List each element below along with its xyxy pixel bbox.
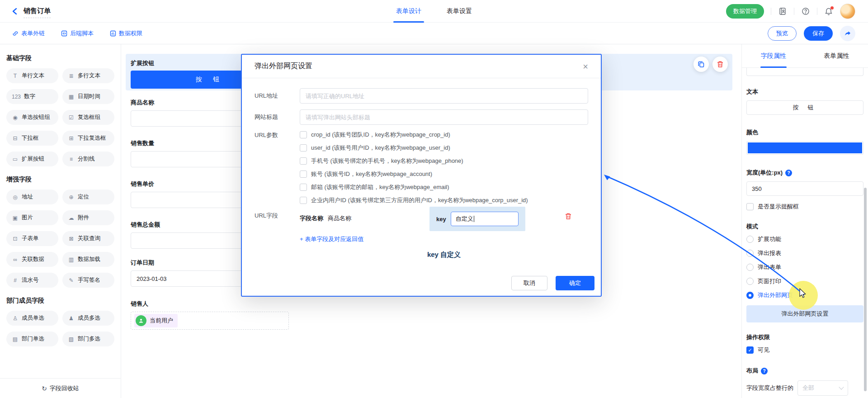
field-pill[interactable]: ⊡ 子表单 bbox=[6, 231, 58, 246]
field-icon: ≡ bbox=[68, 156, 75, 162]
field-recycle-bin[interactable]: ↻ 字段回收站 bbox=[0, 378, 121, 398]
field-pill[interactable]: ∞ 关联数据 bbox=[6, 252, 58, 267]
field-pill[interactable]: ♟ 成员多选 bbox=[62, 311, 114, 326]
popup-webpage-settings-dialog: 弹出外部网页设置 × URL地址 网站标题 URL参数 crop_id (该账号… bbox=[241, 54, 602, 297]
field-pill[interactable]: 123 数字 bbox=[6, 89, 58, 104]
notification-bell-icon[interactable] bbox=[824, 7, 833, 16]
back-icon[interactable] bbox=[12, 8, 19, 15]
address-book-icon[interactable] bbox=[778, 7, 787, 16]
radio-icon[interactable] bbox=[746, 264, 754, 271]
close-icon[interactable]: × bbox=[583, 62, 588, 71]
form-external-link[interactable]: 表单外链 bbox=[12, 29, 45, 38]
tab-form-settings[interactable]: 表单设置 bbox=[447, 0, 472, 23]
field-pill[interactable]: ⊠ 关联查询 bbox=[62, 231, 114, 246]
confirm-button[interactable]: 确定 bbox=[556, 276, 594, 290]
url-address-input[interactable] bbox=[300, 88, 588, 104]
field-pill[interactable]: ▧ 部门多选 bbox=[62, 332, 114, 346]
radio-icon-selected[interactable] bbox=[746, 292, 754, 299]
field-pill[interactable]: ▥ 数据加载 bbox=[62, 252, 114, 267]
tab-field-properties[interactable]: 字段属性 bbox=[742, 44, 805, 67]
width-ratio-select[interactable]: 全部 bbox=[797, 380, 848, 396]
field-pill[interactable]: ◉ 单选按钮组 bbox=[6, 110, 58, 125]
mode-popup-report[interactable]: 弹出报表 bbox=[746, 249, 863, 257]
cancel-button[interactable]: 取消 bbox=[511, 276, 547, 290]
field-label: 数据加载 bbox=[78, 256, 100, 263]
url-param-option[interactable]: 企业内用户ID (该账号绑定第三方应用的用户ID，key名称为webpage_c… bbox=[300, 196, 528, 204]
field-pill[interactable]: ⊟ 下拉框 bbox=[6, 131, 58, 146]
field-pill[interactable]: # 流水号 bbox=[6, 273, 58, 288]
url-param-option[interactable]: user_id (该账号用户ID，key名称为webpage_user_id) bbox=[300, 144, 528, 152]
url-param-option[interactable]: 手机号 (该账号绑定的手机号，key名称为webpage_phone) bbox=[300, 157, 528, 165]
checkbox-icon[interactable] bbox=[300, 171, 307, 178]
tab-form-design[interactable]: 表单设计 bbox=[396, 0, 421, 23]
mode-popup-form[interactable]: 弹出表单 bbox=[746, 263, 863, 271]
select-value: 全部 bbox=[802, 384, 814, 392]
field-pill[interactable]: ≣ 多行文本 bbox=[62, 68, 114, 83]
width-help-icon[interactable]: ? bbox=[785, 170, 792, 176]
mode-extend-function[interactable]: 扩展功能 bbox=[746, 235, 863, 243]
delete-field-button[interactable] bbox=[712, 57, 728, 72]
url-param-option[interactable]: 邮箱 (该账号绑定的邮箱，key名称为webpage_email) bbox=[300, 183, 528, 191]
radio-label: 弹出表单 bbox=[758, 263, 781, 271]
checkbox-icon[interactable] bbox=[746, 203, 754, 210]
checkbox-icon[interactable] bbox=[300, 131, 307, 138]
delete-url-field-button[interactable] bbox=[565, 213, 572, 221]
field-pill[interactable]: ✎ 手写签名 bbox=[62, 273, 114, 288]
permission-icon bbox=[110, 30, 116, 37]
field-pill[interactable]: ♙ 成员单选 bbox=[6, 311, 58, 326]
field-pill[interactable]: ▤ 部门单选 bbox=[6, 332, 58, 346]
field-pill[interactable]: ⊕ 定位 bbox=[62, 190, 114, 204]
share-button[interactable] bbox=[840, 26, 855, 41]
save-button[interactable]: 保存 bbox=[804, 26, 833, 41]
copy-field-button[interactable] bbox=[693, 57, 709, 72]
width-label-text: 宽度(单位:px) bbox=[746, 169, 783, 177]
data-permission-link[interactable]: 数据权限 bbox=[110, 29, 142, 38]
key-value-input[interactable]: 自定义 bbox=[451, 212, 519, 226]
popup-webpage-settings-button[interactable]: 弹出外部网页设置 bbox=[746, 305, 863, 322]
data-manage-button[interactable]: 数据管理 bbox=[726, 4, 764, 19]
site-title-input[interactable] bbox=[300, 109, 588, 125]
field-pill[interactable]: ▦ 日期时间 bbox=[62, 89, 114, 104]
field-label: 图片 bbox=[22, 214, 33, 222]
field-pill[interactable]: ☁ 附件 bbox=[62, 210, 114, 225]
radio-icon[interactable] bbox=[746, 250, 754, 257]
truncated-input[interactable] bbox=[746, 68, 863, 76]
field-pill[interactable]: T 单行文本 bbox=[6, 68, 58, 83]
field-pill[interactable]: ⊞ 下拉复选框 bbox=[62, 131, 114, 146]
tab-form-properties[interactable]: 表单属性 bbox=[805, 44, 868, 67]
add-form-field-link[interactable]: + 表单字段及对应返回值 bbox=[300, 235, 363, 243]
visible-checkbox-row[interactable]: ✓ 可见 bbox=[746, 346, 863, 354]
color-swatch[interactable] bbox=[748, 142, 862, 153]
url-param-option[interactable]: crop_id (该账号团队ID，key名称为webpage_crop_id) bbox=[300, 131, 528, 139]
checkbox-icon[interactable] bbox=[300, 144, 307, 152]
field-pill[interactable]: ☑ 复选框组 bbox=[62, 110, 114, 125]
checkbox-icon[interactable] bbox=[300, 157, 307, 165]
button-text-input[interactable]: 按 钮 bbox=[746, 100, 863, 115]
checkbox-checked-icon[interactable]: ✓ bbox=[746, 346, 754, 354]
backend-script-link[interactable]: 后端脚本 bbox=[61, 29, 94, 38]
field-icon: ♟ bbox=[68, 315, 75, 322]
top-header: 销售订单 表单设计 表单设置 数据管理 bbox=[0, 0, 868, 23]
layout-help-icon[interactable]: ? bbox=[761, 368, 768, 374]
user-avatar[interactable] bbox=[840, 4, 855, 19]
sales-person-picker[interactable]: 当前用户 bbox=[131, 312, 289, 330]
reminder-checkbox-row[interactable]: 是否显示提醒框 bbox=[746, 203, 863, 211]
color-picker[interactable] bbox=[746, 141, 863, 155]
preview-button[interactable]: 预览 bbox=[768, 26, 797, 41]
panel-scrollbar-thumb[interactable] bbox=[864, 188, 867, 391]
field-pill[interactable]: ◎ 地址 bbox=[6, 190, 58, 204]
mode-page-print[interactable]: 页面打印 bbox=[746, 277, 863, 285]
page-title[interactable]: 销售订单 bbox=[24, 7, 51, 18]
radio-icon[interactable] bbox=[746, 278, 754, 285]
field-pill[interactable]: ▭ 扩展按钮 bbox=[6, 152, 58, 166]
radio-icon[interactable] bbox=[746, 236, 754, 243]
mode-popup-external-webpage[interactable]: 弹出外部网页 bbox=[746, 291, 863, 299]
field-pill[interactable]: ▣ 图片 bbox=[6, 210, 58, 225]
help-icon[interactable] bbox=[801, 7, 810, 16]
url-param-option[interactable]: 账号 (该账号ID，key名称为webpage_account) bbox=[300, 170, 528, 178]
checkbox-icon[interactable] bbox=[300, 197, 307, 204]
width-input[interactable] bbox=[746, 181, 863, 196]
checkbox-icon[interactable] bbox=[300, 184, 307, 191]
field-pill[interactable]: ≡ 分割线 bbox=[62, 152, 114, 166]
field-icon: 123 bbox=[12, 94, 21, 100]
